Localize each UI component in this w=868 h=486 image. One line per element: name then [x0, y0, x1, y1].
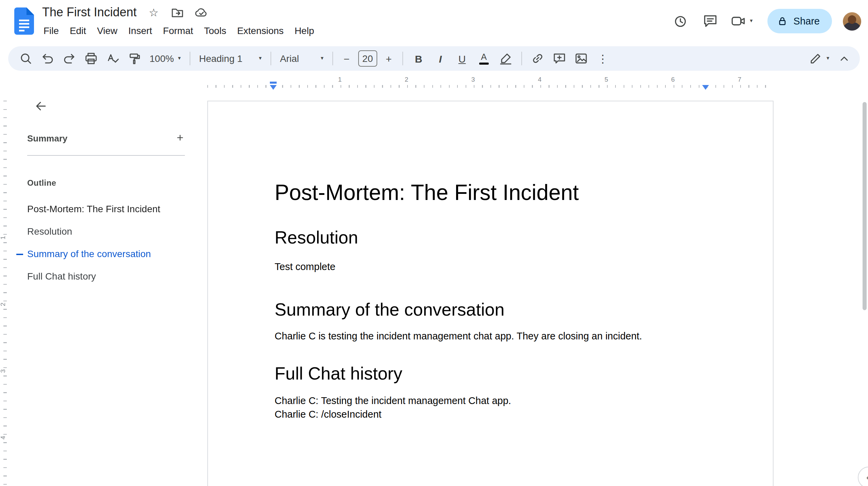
toolbar: 100% ▾ Heading 1 ▾ Arial ▾ − 20 + B I — [8, 46, 860, 71]
chevron-down-icon: ▾ — [321, 56, 324, 61]
menu-insert[interactable]: Insert — [123, 23, 158, 38]
chevron-down-icon: ▾ — [750, 18, 753, 24]
font-value: Arial — [280, 53, 299, 64]
chevron-down-icon: ▾ — [178, 56, 181, 61]
undo-icon[interactable] — [39, 50, 56, 67]
vertical-scrollbar-thumb[interactable] — [863, 102, 867, 310]
toolbar-separator — [190, 52, 190, 65]
paint-format-icon[interactable] — [126, 50, 143, 67]
outline-item-summary[interactable]: Summary of the conversation — [9, 242, 194, 265]
outline-item-resolution[interactable]: Resolution — [9, 220, 194, 242]
underline-button[interactable]: U — [453, 50, 471, 67]
menu-bar: File Edit View Insert Format Tools Exten… — [38, 23, 319, 38]
hide-menus-icon[interactable] — [835, 50, 853, 67]
menu-edit[interactable]: Edit — [64, 23, 91, 38]
comments-icon[interactable] — [701, 12, 720, 31]
outline-list: Post-Mortem: The First Incident Resoluti… — [9, 197, 194, 287]
document-title[interactable]: The First Incident — [42, 5, 137, 20]
toolbar-separator — [332, 52, 333, 65]
spellcheck-icon[interactable] — [104, 50, 122, 67]
add-comment-icon[interactable] — [551, 50, 568, 67]
lock-icon — [777, 16, 788, 27]
share-label: Share — [794, 16, 820, 27]
cloud-saved-icon[interactable] — [194, 6, 208, 19]
print-icon[interactable] — [82, 50, 100, 67]
document-page[interactable]: Post-Mortem: The First Incident Resoluti… — [207, 101, 774, 486]
menu-format[interactable]: Format — [158, 23, 199, 38]
toolbar-separator — [521, 52, 522, 65]
add-summary-button[interactable]: + — [171, 129, 189, 147]
outline-sidebar: Summary + Outline Post-Mortem: The First… — [9, 90, 194, 486]
first-line-indent-marker[interactable] — [270, 82, 277, 84]
insert-link-icon[interactable] — [529, 50, 546, 67]
toolbar-separator — [271, 52, 271, 65]
vertical-ruler: 1 2 3 4 — [0, 73, 9, 486]
decrease-font-size-button[interactable]: − — [340, 50, 353, 67]
video-camera-icon — [731, 14, 746, 29]
version-history-icon[interactable] — [671, 12, 690, 31]
star-icon[interactable]: ☆ — [147, 6, 160, 19]
toolbar-separator — [402, 52, 403, 65]
zoom-select[interactable]: 100% ▾ — [145, 50, 185, 67]
menu-view[interactable]: View — [91, 23, 123, 38]
avatar[interactable] — [843, 12, 861, 30]
increase-font-size-button[interactable]: + — [382, 50, 396, 67]
text-color-bar — [479, 63, 489, 65]
editing-mode-select[interactable]: ▾ — [805, 50, 833, 67]
doc-heading-summary[interactable]: Summary of the conversation — [275, 298, 706, 321]
doc-paragraph[interactable]: Charlie C is testing the incident manage… — [275, 330, 706, 343]
menu-file[interactable]: File — [38, 23, 64, 38]
pencil-icon — [809, 52, 822, 65]
menu-tools[interactable]: Tools — [198, 23, 231, 38]
header: The First Incident ☆ File Edit View — [0, 0, 868, 42]
share-button[interactable]: Share — [768, 9, 832, 33]
doc-paragraph[interactable]: Charlie C: /closeIncident — [275, 407, 706, 421]
left-indent-marker[interactable] — [270, 85, 277, 90]
paragraph-style-value: Heading 1 — [199, 53, 243, 64]
paragraph-style-select[interactable]: Heading 1 ▾ — [195, 50, 266, 67]
doc-heading-full-chat[interactable]: Full Chat history — [275, 363, 706, 386]
font-select[interactable]: Arial ▾ — [276, 50, 328, 67]
outline-item-full-chat[interactable]: Full Chat history — [9, 265, 194, 287]
doc-paragraph[interactable]: Test complete — [275, 260, 706, 274]
chevron-down-icon: ▾ — [827, 56, 829, 61]
font-size-input[interactable]: 20 — [358, 50, 377, 67]
sidebar-divider — [27, 155, 185, 156]
google-docs-app: The First Incident ☆ File Edit View — [0, 0, 868, 486]
redo-icon[interactable] — [60, 50, 78, 67]
menu-help[interactable]: Help — [289, 23, 320, 38]
doc-heading-title[interactable]: Post-Mortem: The First Incident — [275, 179, 706, 207]
docs-logo-icon[interactable] — [14, 7, 34, 35]
italic-button[interactable]: I — [432, 50, 449, 67]
right-indent-marker[interactable] — [702, 85, 709, 90]
menu-extensions[interactable]: Extensions — [232, 23, 289, 38]
outline-label: Outline — [27, 178, 56, 188]
highlight-color-icon[interactable] — [497, 50, 515, 67]
outline-item-post-mortem[interactable]: Post-Mortem: The First Incident — [9, 197, 194, 220]
text-color-button[interactable]: A — [475, 50, 493, 67]
collapse-panel-button[interactable]: « — [858, 467, 868, 486]
ruler-ticks — [207, 85, 774, 88]
horizontal-ruler: 1 2 3 4 5 6 7 — [207, 73, 774, 91]
doc-heading-resolution[interactable]: Resolution — [275, 226, 706, 249]
search-icon[interactable] — [17, 50, 35, 67]
insert-image-icon[interactable] — [572, 50, 590, 67]
close-outline-button[interactable] — [30, 95, 52, 117]
bold-button[interactable]: B — [410, 50, 428, 67]
move-folder-icon[interactable] — [171, 6, 184, 19]
zoom-value: 100% — [150, 53, 174, 64]
summary-label: Summary — [27, 133, 68, 143]
chevron-down-icon: ▾ — [259, 56, 262, 61]
ruler-ticks — [3, 101, 7, 486]
doc-paragraph[interactable]: Charlie C: Testing the incident manageme… — [275, 393, 706, 407]
more-options-button[interactable]: ⋮ — [594, 50, 612, 67]
join-call-button[interactable]: ▾ — [731, 14, 753, 29]
